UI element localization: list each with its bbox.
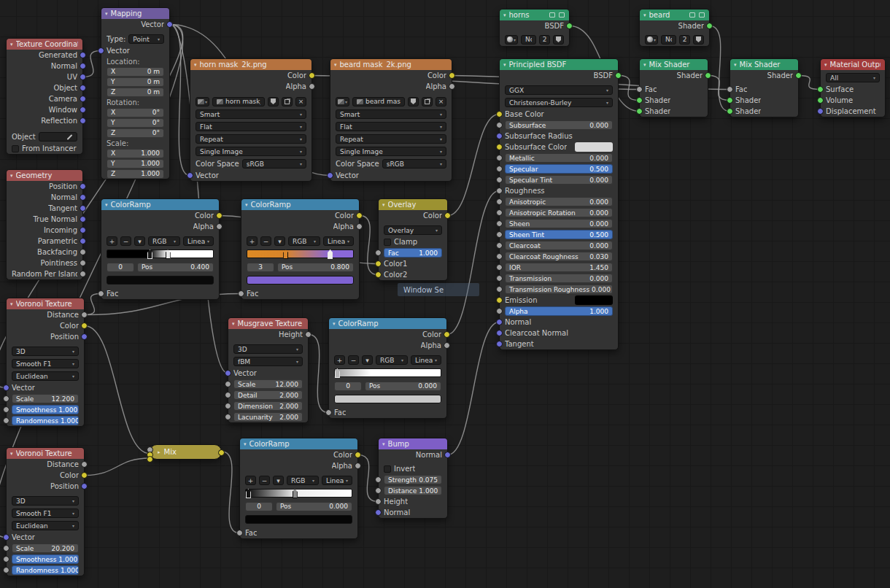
node-musgrave[interactable]: ▾Musgrave TextureHeight3D▾fBM▾VectorScal… [228,317,309,423]
colorramp-gradient[interactable] [334,368,441,377]
socket-musgrave-detail[interactable] [225,392,231,398]
node-header[interactable]: ▾ColorRamp [241,199,359,210]
slider-transmission[interactable]: Transmission0.000 [505,274,613,283]
value-field-x[interactable]: X0° [107,108,164,117]
collapse-arrow-icon[interactable]: ▾ [10,42,13,47]
socket-beard-mask-alpha[interactable] [449,83,455,90]
dropdown-point[interactable]: Point▾ [128,34,164,44]
socket-principled-alpha[interactable] [496,308,503,314]
stop-position-slider[interactable]: Pos0.000 [365,382,441,391]
slider-specular[interactable]: Specular0.500 [505,164,613,174]
socket-mix-shader-1-fac[interactable] [636,86,643,93]
node-header[interactable]: ▾horns [500,9,569,20]
dropdown-smart[interactable]: Smart▾ [336,109,446,119]
interpolation-dropdown[interactable]: Linear▾ [323,236,354,246]
socket-musgrave-height[interactable] [305,331,312,338]
collapse-arrow-icon[interactable]: ▾ [643,12,646,18]
node-header[interactable]: ▾Musgrave Texture [228,318,308,329]
node-overlay[interactable]: ▾OverlayColorOverlay▾ClampFac1.000Color1… [378,198,448,281]
socket-mapping-vector_out[interactable] [166,21,173,28]
gradient-stop[interactable] [166,249,171,259]
socket-colorramp-2-color[interactable] [356,212,363,219]
node-principled[interactable]: ▾Principled BSDFBSDFGGX▾Christensen-Burl… [499,58,619,350]
colorramp-gradient[interactable] [107,249,214,258]
socket-voronoi-2-smoothness[interactable] [3,556,9,562]
gradient-stop[interactable] [293,489,298,498]
socket-principled-clearcoat[interactable] [496,242,503,249]
socket-voronoi-2-scale[interactable] [3,545,9,552]
node-header[interactable]: ▾ColorRamp [240,438,357,449]
node-mix-shader-2[interactable]: ▾Mix ShaderShaderFacShaderShader [730,58,799,117]
socket-principled-base_color[interactable] [496,111,503,117]
node-header[interactable]: ▾Bump [379,438,447,449]
node-voronoi-2[interactable]: ▾Voronoi TextureDistanceColorPosition3D▾… [6,447,85,576]
dropdown-all[interactable]: All▾ [826,73,880,82]
color-mode-dropdown[interactable]: RGB▾ [287,476,319,485]
dropdown-smooth-f1[interactable]: Smooth F1▾ [12,508,79,518]
gradient-stop[interactable] [328,249,333,259]
dropdown-repeat[interactable]: Repeat▾ [196,134,306,144]
socket-mix-shader-2-shader2[interactable] [727,108,733,115]
socket-mix-shader-2-shader_out[interactable] [795,72,802,79]
stop-index-field[interactable]: 0 [334,382,362,391]
slider-transmission-roughness[interactable]: Transmission Roughness0.000 [505,285,613,294]
slider-clearcoat-roughness[interactable]: Clearcoat Roughness0.030 [505,252,613,261]
socket-texture-coordinate-reflection[interactable] [80,117,86,124]
slider-fac[interactable]: Fac1.000 [384,248,442,258]
collapse-arrow-icon[interactable]: ▾ [10,173,13,179]
color-mode-dropdown[interactable]: RGB▾ [376,355,408,365]
stop-index-field[interactable]: 0 [107,263,134,272]
socket-mix-shader-1-shader2[interactable] [636,108,643,115]
slider-metallic[interactable]: Metallic0.000 [505,153,613,163]
node-header[interactable]: ▾Voronoi Texture [7,448,84,459]
collapse-arrow-icon[interactable]: ▾ [334,62,337,68]
socket-mapping-vector_in[interactable] [98,47,104,54]
node-header[interactable]: ▾Geometry [7,170,82,181]
socket-principled-tangent[interactable] [496,341,503,347]
eyedropper-icon[interactable] [67,134,73,140]
object-picker-field[interactable] [39,132,77,142]
socket-horn-mask-vector[interactable] [187,172,193,179]
node-texture-coordinate[interactable]: ▾Texture CoordinateGeneratedNormalUVObje… [6,38,83,155]
socket-texture-coordinate-uv[interactable] [80,74,86,80]
add-stop-button[interactable]: + [247,236,258,246]
dropdown-repeat[interactable]: Repeat▾ [336,134,446,144]
node-colorramp-1[interactable]: ▾ColorRampColorAlpha+−▾RGB▾Linear▾0Pos0.… [101,198,220,300]
collapse-arrow-icon[interactable]: ▾ [194,62,197,68]
dropdown-srgb[interactable]: sRGB▾ [382,159,446,169]
slider-scale[interactable]: Scale12.200 [12,394,79,403]
socket-principled-clearcoat-roughness[interactable] [496,253,503,260]
remove-stop-button[interactable]: − [348,355,359,365]
collapse-arrow-icon[interactable]: ▾ [245,202,248,208]
node-header[interactable]: ▾Mapping [101,8,169,19]
group-name-field[interactable]: NodeG [661,35,676,45]
socket-geometry-normal[interactable] [80,194,86,201]
socket-colorramp-2-alpha[interactable] [356,223,363,230]
socket-principled-subsurface-radius[interactable] [496,133,503,139]
value-field-y[interactable]: Y1.000 [107,159,164,169]
colorramp-menu-button[interactable]: ▾ [134,236,145,246]
node-header[interactable]: ▾Mix Shader [640,59,708,70]
socket-bump-normal_out[interactable] [444,452,451,458]
value-field-x[interactable]: X1.000 [107,149,164,158]
remove-stop-button[interactable]: − [260,236,271,246]
collapse-arrow-icon[interactable]: ▾ [105,202,108,208]
socket-colorramp-1-alpha[interactable] [216,223,222,230]
color-swatch-subsurface-color[interactable] [575,142,613,152]
dropdown-overlay[interactable]: Overlay▾ [384,225,442,235]
socket-principled-specular[interactable] [496,166,503,172]
node-bump[interactable]: ▾BumpNormalInvertStrength0.075Distance1.… [378,438,448,519]
dropdown-smooth-f1[interactable]: Smooth F1▾ [12,359,79,368]
socket-voronoi-1-color[interactable] [81,322,88,329]
socket-voronoi-1-position[interactable] [81,333,88,340]
socket-voronoi-2-vector[interactable] [3,534,9,541]
socket-principled-subsurface[interactable] [496,122,503,128]
dropdown-srgb[interactable]: sRGB▾ [242,159,306,169]
checkbox-from-instancer[interactable] [12,145,19,152]
socket-overlay-fac[interactable] [375,249,382,256]
collapse-arrow-icon[interactable]: ▾ [10,301,13,307]
slider-dimension[interactable]: Dimension2.000 [233,401,303,411]
socket-principled-sheen-tint[interactable] [496,231,503,238]
interpolation-dropdown[interactable]: Linear▾ [322,476,352,485]
node-beard-group[interactable]: ▾beardShader▾NodeG2 [639,9,710,47]
